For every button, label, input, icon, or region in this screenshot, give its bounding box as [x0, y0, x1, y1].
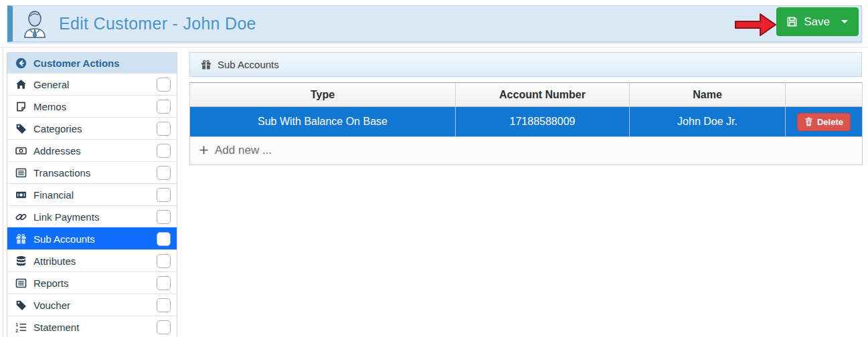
- database-icon: [15, 255, 27, 267]
- home-icon: [15, 79, 27, 90]
- sidebar-item-reports[interactable]: Reports: [7, 271, 177, 294]
- sidebar-item-sub-accounts[interactable]: Sub Accounts: [7, 227, 177, 249]
- general-checkbox[interactable]: [157, 78, 171, 92]
- caret-down-icon[interactable]: [841, 19, 849, 24]
- link-payments-checkbox[interactable]: [157, 210, 171, 224]
- banknote-filled-icon: [15, 189, 27, 201]
- column-header-name[interactable]: Name: [630, 83, 786, 107]
- cell-name[interactable]: John Doe Jr.: [630, 107, 786, 137]
- gift-icon: [15, 233, 27, 245]
- sidebar-item-label: Link Payments: [33, 211, 150, 223]
- arrow-circle-left-icon: [15, 58, 27, 69]
- floppy-icon: [786, 16, 798, 27]
- financial-checkbox[interactable]: [157, 188, 171, 202]
- customer-actions-sidebar: Customer Actions GeneralMemosCategoriesA…: [7, 52, 177, 337]
- statement-checkbox[interactable]: [157, 320, 171, 334]
- sidebar-item-categories[interactable]: Categories: [7, 117, 177, 139]
- sidebar-item-link-payments[interactable]: Link Payments: [7, 205, 177, 227]
- sidebar-item-label: Transactions: [33, 167, 150, 179]
- sidebar-item-attributes[interactable]: Attributes: [7, 249, 177, 271]
- sidebar-item-label: Memos: [33, 101, 150, 112]
- sidebar-item-label: Statement: [33, 322, 150, 333]
- sidebar-item-label: Voucher: [33, 300, 150, 311]
- sidebar-item-addresses[interactable]: Addresses: [7, 139, 177, 161]
- cell-actions: Delete: [786, 107, 863, 137]
- svg-text:1: 1: [15, 322, 18, 326]
- gift-icon: [201, 60, 211, 70]
- save-button[interactable]: Save: [776, 7, 859, 36]
- sidebar-item-label: Attributes: [33, 255, 150, 267]
- save-button-label: Save: [804, 15, 830, 29]
- column-header-account-number[interactable]: Account Number: [456, 83, 630, 107]
- sidebar-item-statement[interactable]: 12Statement: [7, 316, 177, 337]
- sub-accounts-panel: Sub Accounts TypeAccount NumberName Sub …: [189, 52, 862, 165]
- panel-header: Sub Accounts: [189, 52, 862, 77]
- tag-icon: [15, 123, 27, 134]
- table-row[interactable]: Sub With Balance On Base17188588009John …: [190, 107, 863, 137]
- list-icon: [15, 167, 27, 179]
- sidebar-item-label: General: [33, 79, 150, 90]
- cell-type[interactable]: Sub With Balance On Base: [190, 107, 456, 137]
- column-header-type[interactable]: Type: [190, 83, 456, 107]
- sidebar-item-memos[interactable]: Memos: [7, 95, 177, 117]
- sidebar-header[interactable]: Customer Actions: [7, 53, 177, 73]
- sidebar-item-financial[interactable]: Financial: [7, 183, 177, 205]
- sidebar-item-general[interactable]: General: [7, 73, 177, 95]
- trash-icon: [804, 117, 813, 126]
- content-divider: [0, 47, 868, 47]
- sidebar-item-label: Financial: [33, 189, 150, 201]
- page-title: Edit Customer - John Doe: [59, 14, 256, 33]
- add-new-label: Add new ...: [215, 144, 272, 156]
- svg-text:2: 2: [15, 328, 18, 332]
- sidebar-item-label: Reports: [33, 277, 150, 289]
- sidebar-item-label: Addresses: [33, 145, 150, 156]
- tag-icon: [15, 300, 27, 311]
- memos-checkbox[interactable]: [157, 100, 171, 114]
- transactions-checkbox[interactable]: [157, 166, 171, 180]
- attributes-checkbox[interactable]: [157, 254, 171, 268]
- reports-checkbox[interactable]: [157, 276, 171, 290]
- sidebar-header-label: Customer Actions: [33, 58, 120, 69]
- cell-account-number[interactable]: 17188588009: [456, 107, 630, 137]
- panel-title: Sub Accounts: [218, 59, 279, 70]
- add-new-row[interactable]: Add new ...: [190, 137, 863, 165]
- categories-checkbox[interactable]: [157, 122, 171, 136]
- link-icon: [15, 211, 27, 223]
- content-left-rule: [3, 47, 3, 337]
- person-icon: [21, 9, 48, 38]
- sidebar-item-label: Sub Accounts: [33, 233, 150, 245]
- column-header-actions[interactable]: [786, 83, 863, 107]
- plus-icon: [199, 145, 209, 158]
- delete-button-label: Delete: [817, 117, 843, 127]
- annotation-arrow-icon: [735, 11, 778, 38]
- sub-accounts-table: TypeAccount NumberName Sub With Balance …: [189, 82, 863, 165]
- ordered-list-icon: 12: [15, 322, 27, 333]
- voucher-checkbox[interactable]: [157, 298, 171, 312]
- note-icon: [15, 101, 27, 112]
- sub-accounts-checkbox[interactable]: [157, 232, 171, 246]
- sidebar-item-label: Categories: [33, 123, 150, 134]
- delete-button[interactable]: Delete: [797, 113, 851, 131]
- page-header: Edit Customer - John Doe: [7, 5, 862, 42]
- sidebar-item-voucher[interactable]: Voucher: [7, 294, 177, 316]
- banknote-icon: [15, 145, 27, 156]
- addresses-checkbox[interactable]: [157, 144, 171, 158]
- list-icon: [15, 277, 27, 289]
- sidebar-item-transactions[interactable]: Transactions: [7, 161, 177, 183]
